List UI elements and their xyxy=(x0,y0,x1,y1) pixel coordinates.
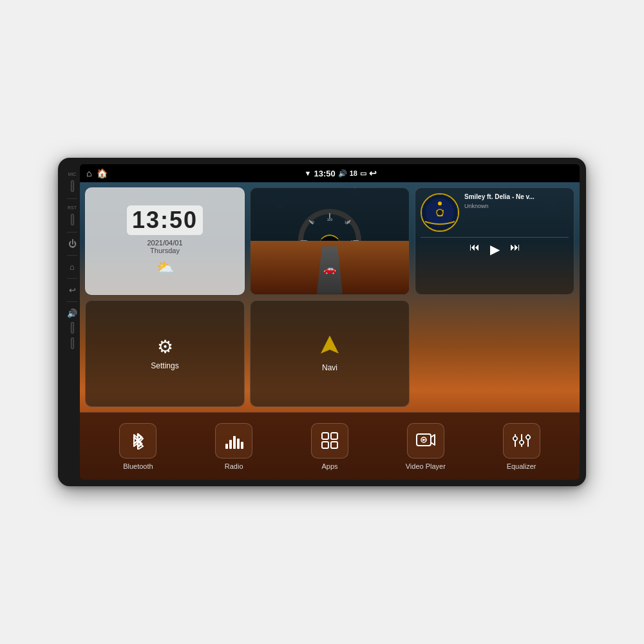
clock-date: 2021/04/01 xyxy=(147,239,182,247)
music-widget[interactable]: 👑 Smiley ft. Delia - Ne v... Unknown xyxy=(415,187,574,295)
home-icon[interactable]: ⌂ xyxy=(86,168,91,178)
svg-rect-22 xyxy=(225,444,228,449)
music-content: 👑 Smiley ft. Delia - Ne v... Unknown xyxy=(421,193,569,257)
back-hw-icon[interactable]: ↩ xyxy=(69,285,76,295)
volume-level: 18 xyxy=(350,169,357,177)
radio-item[interactable]: Radio xyxy=(186,423,282,470)
equalizer-icon-box xyxy=(503,423,540,459)
screen: ⌂ 🏠 ▼ 13:50 🔊 18 ▭ ↩ 13:50 2021/04/01 xyxy=(80,164,580,480)
clock-display: 13:50 xyxy=(127,205,203,235)
music-controls: ⏮ ▶ ⏭ xyxy=(421,237,569,257)
svg-text:140: 140 xyxy=(345,220,350,224)
equalizer-icon xyxy=(513,432,531,449)
play-button[interactable]: ▶ xyxy=(490,242,500,257)
power-icon[interactable]: ⏻ xyxy=(68,239,77,249)
svg-point-20 xyxy=(437,209,443,216)
speedometer-widget[interactable]: 🚗 xyxy=(250,187,410,295)
music-top: 👑 Smiley ft. Delia - Ne v... Unknown xyxy=(421,193,569,232)
svg-marker-21 xyxy=(321,336,339,354)
equalizer-item[interactable]: Equalizer xyxy=(473,423,569,470)
rst-button[interactable] xyxy=(71,214,74,225)
video-player-icon xyxy=(416,432,435,449)
radio-label: Radio xyxy=(225,462,243,470)
clock-day: Thursday xyxy=(150,247,180,254)
apps-label: Apps xyxy=(321,462,337,470)
equalizer-label: Equalizer xyxy=(507,462,536,470)
weather-icon: ⛅ xyxy=(156,260,174,276)
apps-item[interactable]: Apps xyxy=(282,423,378,470)
side-buttons-panel: MIC RST ⏻ ⌂ ↩ 🔊 xyxy=(64,164,80,480)
android-home-icon[interactable]: 🏠 xyxy=(97,168,108,178)
music-artist: Unknown xyxy=(464,203,569,209)
svg-point-18 xyxy=(438,202,442,205)
video-icon-box xyxy=(407,423,444,459)
car-head-unit: MIC RST ⏻ ⌂ ↩ 🔊 ⌂ 🏠 ▼ 13:50 🔊 18 ▭ xyxy=(58,158,586,486)
battery-icon: ▭ xyxy=(360,169,366,178)
settings-label: Settings xyxy=(151,361,178,370)
home-hw-icon[interactable]: ⌂ xyxy=(70,262,75,272)
svg-rect-28 xyxy=(331,433,337,439)
bluetooth-item[interactable]: Bluetooth xyxy=(90,423,186,470)
music-title: Smiley ft. Delia - Ne v... xyxy=(464,193,569,200)
svg-text:100: 100 xyxy=(327,218,333,222)
album-art: 👑 xyxy=(421,193,459,232)
mic-label: MIC xyxy=(68,172,77,176)
svg-rect-24 xyxy=(233,436,236,449)
back-icon[interactable]: ↩ xyxy=(369,168,377,178)
main-grid: 13:50 2021/04/01 Thursday ⛅ 🚗 xyxy=(80,182,580,412)
screen-content: 13:50 2021/04/01 Thursday ⛅ 🚗 xyxy=(80,182,580,480)
svg-rect-25 xyxy=(237,439,240,449)
svg-point-41 xyxy=(520,440,524,444)
svg-rect-30 xyxy=(331,442,337,448)
apps-icon-box xyxy=(311,423,348,459)
clock-widget[interactable]: 13:50 2021/04/01 Thursday ⛅ xyxy=(85,187,245,295)
volume-icon: 🔊 xyxy=(338,169,347,178)
navi-icon xyxy=(319,334,340,359)
vol-up-button[interactable] xyxy=(71,322,74,334)
vol-down-button[interactable] xyxy=(71,337,74,349)
wifi-icon: ▼ xyxy=(305,169,312,177)
svg-point-40 xyxy=(513,437,517,440)
rst-label: RST xyxy=(68,205,77,210)
video-player-item[interactable]: Video Player xyxy=(377,423,473,470)
settings-icon: ⚙ xyxy=(157,336,173,357)
bluetooth-icon-box xyxy=(119,423,156,459)
video-player-label: Video Player xyxy=(406,462,446,470)
navi-widget[interactable]: Navi xyxy=(250,300,410,408)
settings-widget[interactable]: ⚙ Settings xyxy=(85,300,245,408)
svg-rect-27 xyxy=(322,433,328,439)
music-info: Smiley ft. Delia - Ne v... Unknown xyxy=(464,193,569,209)
svg-rect-26 xyxy=(241,442,243,449)
mic-button[interactable] xyxy=(71,180,74,192)
apps-icon xyxy=(321,431,339,450)
bottom-bar: Bluetooth Radio xyxy=(80,412,580,480)
status-center: ▼ 13:50 🔊 18 ▭ ↩ xyxy=(305,168,377,178)
prev-button[interactable]: ⏮ xyxy=(469,242,480,257)
svg-rect-29 xyxy=(322,442,328,448)
radio-icon-box xyxy=(215,423,252,459)
svg-text:60: 60 xyxy=(310,220,314,224)
status-left: ⌂ 🏠 xyxy=(86,168,108,178)
vol-up-icon[interactable]: 🔊 xyxy=(67,308,77,318)
status-bar: ⌂ 🏠 ▼ 13:50 🔊 18 ▭ ↩ xyxy=(80,164,580,182)
status-time: 13:50 xyxy=(314,169,335,178)
car-icon: 🚗 xyxy=(323,263,336,275)
radio-icon xyxy=(224,432,243,449)
svg-rect-23 xyxy=(229,440,232,449)
bluetooth-label: Bluetooth xyxy=(123,462,153,470)
navi-label: Navi xyxy=(322,363,337,372)
bluetooth-icon xyxy=(129,431,147,450)
svg-point-42 xyxy=(526,435,530,439)
next-button[interactable]: ⏭ xyxy=(510,242,520,257)
